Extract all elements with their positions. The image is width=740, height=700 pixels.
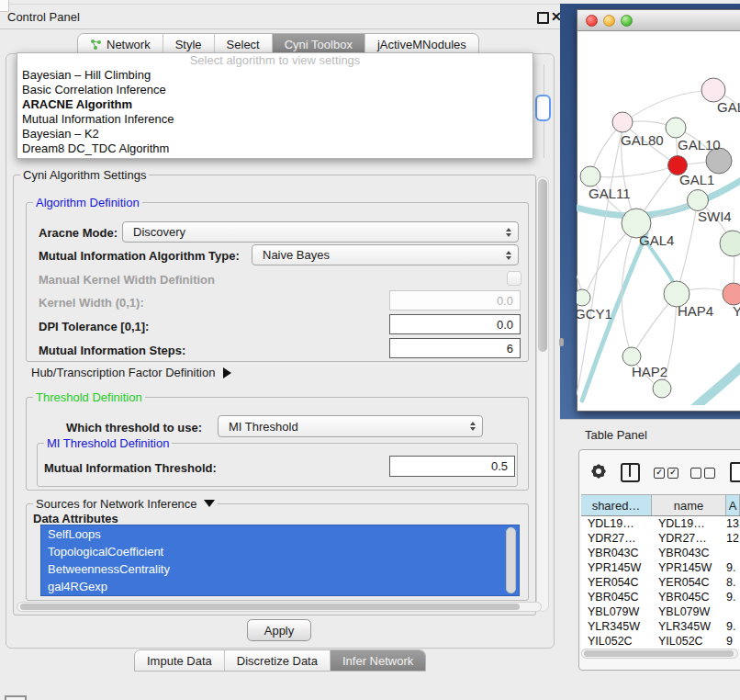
mi-type-combo[interactable]: Naive Bayes (252, 244, 519, 265)
stepper-arrows-icon (506, 228, 511, 237)
node-label: SWI4 (698, 209, 732, 224)
mi-type-label: Mutual Information Algorithm Type: (39, 249, 240, 263)
attribute-item[interactable]: BetweennessCentrality (41, 560, 519, 578)
manual-kernel-checkbox[interactable] (507, 271, 521, 286)
edge (622, 90, 713, 123)
apply-button[interactable]: Apply (247, 619, 311, 641)
column-layout-icon[interactable] (621, 463, 640, 482)
top-divider (0, 4, 562, 5)
network-graph-icon (90, 39, 102, 51)
settings-hscrollbar-thumb[interactable] (20, 604, 520, 610)
table-row[interactable]: YPR145WYPR145W9. (581, 560, 740, 575)
algorithm-placeholder: Select algorithm to view settings (17, 53, 533, 68)
node-label: GAL11 (589, 186, 631, 201)
algorithm-option[interactable]: Bayesian – K2 (17, 127, 533, 141)
table-row[interactable]: YBL079WYBL079W (581, 604, 740, 619)
hub-definition-expander[interactable]: Hub/Transcription Factor Definition (31, 366, 231, 379)
node-gal10[interactable] (666, 118, 686, 138)
desktop-top-strip (560, 0, 740, 4)
tab-network[interactable]: Network (78, 34, 163, 54)
settings-scrollbar-thumb[interactable] (538, 179, 547, 352)
node-table[interactable]: YDL19…YDL19…13 YDR27…YDR27…12 YBR043CYBR… (581, 516, 740, 649)
uncheck-all-icon[interactable] (690, 468, 701, 479)
mi-steps-field[interactable]: 6 (389, 338, 521, 358)
data-attributes-list[interactable]: SelfLoops TopologicalCoefficient Between… (40, 525, 520, 596)
node-label: GAL10 (678, 137, 721, 152)
column-header-shared[interactable]: shared… (581, 494, 652, 515)
zoom-traffic-light[interactable] (621, 15, 633, 27)
minimized-panel-icon[interactable] (5, 695, 27, 700)
attributes-scrollbar-thumb[interactable] (506, 527, 516, 593)
app-root: Control Panel ✕ Network Style Select Cyn… (0, 0, 740, 700)
algorithm-dropdown-popup: Select algorithm to view settings Bayesi… (17, 52, 533, 159)
stepper-arrows-icon (470, 422, 476, 431)
tab-cyni-toolbox[interactable]: Cyni Toolbox (273, 34, 365, 54)
dpi-tolerance-label: DPI Tolerance [0,1]: (39, 320, 149, 333)
kernel-width-field[interactable]: 0.0 (389, 290, 521, 310)
tab-label: Impute Data (147, 654, 212, 668)
algorithm-option[interactable]: Basic Correlation Inference (17, 83, 533, 97)
attribute-item[interactable]: TopologicalCoefficient (41, 543, 519, 560)
node-label: Y (733, 303, 740, 319)
tab-infer-network[interactable]: Infer Network (331, 650, 425, 671)
node-gal80[interactable] (612, 112, 633, 132)
bottom-tabbar: Impute Data Discretize Data Infer Networ… (134, 649, 426, 672)
tab-label: Network (107, 38, 151, 51)
which-threshold-combo[interactable]: MI Threshold (218, 415, 483, 437)
panel-splitter-handle[interactable] (559, 338, 564, 346)
table-row[interactable]: YIL052CYIL052C9 (581, 634, 740, 649)
network-window-titlebar[interactable] (577, 10, 740, 31)
triangle-down-icon (204, 500, 215, 507)
table-row[interactable]: YBR045CYBR045C9. (581, 590, 740, 604)
table-row[interactable]: YDL19…YDL19…13 (581, 516, 740, 531)
gear-icon[interactable] (591, 464, 606, 479)
algorithm-option[interactable]: Bayesian – Hill Climbing (17, 68, 533, 83)
node-hap2[interactable] (622, 347, 641, 366)
float-window-icon[interactable] (537, 12, 549, 24)
node-gcy1[interactable] (577, 289, 590, 306)
uncheck-all-icon[interactable] (704, 468, 715, 479)
network-canvas[interactable]: GAL GAL80 GAL10 GAL1 GAL11 SWI4 GAL4 GCY… (577, 30, 740, 405)
tab-discretize-data[interactable]: Discretize Data (225, 650, 331, 671)
table-row[interactable]: YER054CYER054C8. (581, 575, 740, 590)
page-icon[interactable] (730, 462, 740, 482)
minimize-traffic-light[interactable] (603, 15, 615, 27)
attribute-item[interactable]: gal4RGexp (41, 578, 519, 595)
aracne-mode-combo[interactable]: Discovery (122, 221, 519, 243)
tab-style[interactable]: Style (163, 34, 215, 54)
titlebar-divider (0, 28, 562, 29)
table-row[interactable]: YLR345WYLR345W9. (581, 619, 740, 634)
column-header-partial[interactable]: A (726, 494, 740, 515)
node-salmon[interactable] (723, 283, 740, 305)
column-header-name[interactable]: name (652, 494, 726, 515)
algorithm-definition-title: Algorithm Definition (33, 196, 142, 209)
node-right-edge[interactable] (720, 231, 740, 256)
tab-label: Select (227, 38, 260, 51)
mi-steps-label: Mutual Information Steps: (39, 344, 185, 357)
table-row[interactable]: YBR043CYBR043C (581, 546, 740, 560)
sources-group-title[interactable]: Sources for Network Inference (33, 497, 218, 511)
table-panel-title: Table Panel (585, 428, 647, 442)
panel-title: Control Panel (7, 10, 80, 24)
attribute-item[interactable]: SelfLoops (41, 525, 519, 543)
mi-steps-value: 6 (507, 342, 513, 356)
dpi-tolerance-field[interactable]: 0.0 (389, 314, 521, 334)
node-label: GAL1 (679, 172, 714, 187)
algorithm-option-aracne[interactable]: ARACNE Algorithm (17, 97, 533, 112)
focused-combo-fragment (535, 95, 551, 121)
threshold-definition-title: Threshold Definition (33, 390, 145, 404)
algorithm-option[interactable]: Mutual Information Inference (17, 112, 533, 127)
node-bottom-edge[interactable] (653, 379, 671, 398)
mi-threshold-field[interactable]: 0.5 (389, 456, 515, 477)
algorithm-option[interactable]: Dream8 DC_TDC Algorithm (17, 141, 533, 156)
tab-jactivemnodules[interactable]: jActiveMNodules (365, 34, 478, 54)
check-all-icon[interactable]: ✓ (654, 468, 665, 479)
tab-select[interactable]: Select (215, 34, 273, 54)
check-all-icon[interactable]: ✓ (667, 468, 678, 479)
tab-label: Discretize Data (237, 654, 318, 668)
tab-impute-data[interactable]: Impute Data (135, 650, 225, 671)
table-row[interactable]: YDR27…YDR27…12 (581, 531, 740, 546)
node-gal11[interactable] (580, 166, 600, 186)
close-traffic-light[interactable] (586, 15, 598, 27)
table-hscrollbar-thumb[interactable] (584, 650, 734, 657)
